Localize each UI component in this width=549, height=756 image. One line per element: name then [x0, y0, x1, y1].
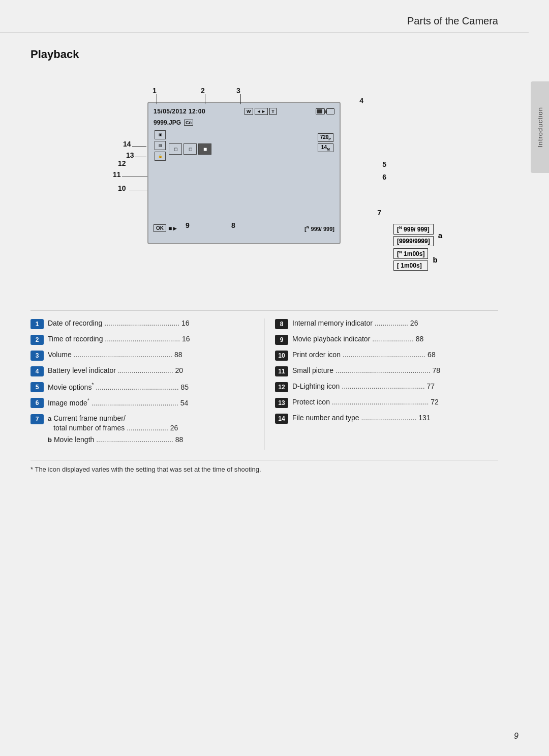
- line-14: [132, 146, 146, 147]
- desc-text-4: Battery level indicator ................…: [48, 366, 254, 376]
- frame-count-inner: [N 999/ 999]: [393, 224, 434, 235]
- lcd-datetime: 15/05/2012 12:00: [154, 108, 205, 115]
- desc-num-6: 6: [30, 398, 44, 408]
- desc-text-2: Time of recording ......................…: [48, 334, 254, 344]
- lcd-play-indicator: ■►: [168, 225, 178, 232]
- description-table: 1 Date of recording ....................…: [30, 310, 498, 450]
- callout-5: 5: [382, 160, 386, 168]
- lcd-icon-3: 🔒: [155, 152, 166, 161]
- desc-num-3: 3: [30, 351, 44, 361]
- page-number: 9: [514, 732, 518, 741]
- desc-item-11: 11 Small picture .......................…: [275, 366, 498, 376]
- desc-item-10: 10 Print order icon ....................…: [275, 350, 498, 361]
- desc-item-2: 2 Time of recording ....................…: [30, 334, 254, 345]
- section-title: Playback: [30, 48, 498, 61]
- main-content: Playback 15/05/2012 12:00 W ◄► T: [0, 33, 529, 488]
- frame-count-all: [9999/9999]: [393, 236, 434, 246]
- desc-num-8: 8: [275, 319, 288, 329]
- desc-sub-7a: a Current frame number/total number of f…: [48, 414, 254, 433]
- desc-num-5: 5: [30, 382, 44, 392]
- lcd-card-icon: [326, 108, 334, 114]
- desc-text-14: File number and type ...................…: [292, 413, 498, 423]
- lcd-14m-box: 14M: [318, 143, 333, 152]
- line-10: [129, 190, 147, 190]
- info-box-b-group: [N 1m00s] [ 1m00s] b: [393, 248, 442, 271]
- desc-col-right: 8 Internal memory indicator ............…: [264, 318, 498, 450]
- lcd-720p-box: 720P: [318, 133, 333, 142]
- desc-text-1: Date of recording ......................…: [48, 318, 254, 329]
- lcd-rotate-icon: Cn: [184, 120, 193, 126]
- lcd-battery-icon: [316, 108, 325, 114]
- lcd-print-icons-area: ◻ ◻ ◼: [169, 143, 211, 155]
- lcd-screen: 15/05/2012 12:00 W ◄► T 999: [147, 102, 341, 244]
- diagram-area: 15/05/2012 12:00 W ◄► T 999: [86, 71, 442, 300]
- callout-11: 11: [113, 170, 121, 179]
- callout-3: 3: [236, 86, 240, 95]
- desc-num-7: 7: [30, 414, 44, 424]
- desc-item-1: 1 Date of recording ....................…: [30, 318, 254, 329]
- right-info-boxes: [N 999/ 999] [9999/9999] a [N 1m00s] [ 1…: [393, 224, 442, 271]
- movie-length-all: [ 1m00s]: [393, 260, 428, 271]
- lcd-ok-area: OK ■►: [154, 224, 178, 232]
- callout-8: 8: [231, 221, 235, 229]
- lcd-row1: 15/05/2012 12:00 W ◄► T: [154, 108, 334, 115]
- desc-num-1: 1: [30, 319, 44, 329]
- callout-7: 7: [377, 209, 381, 217]
- lcd-resolution-area: 720P 14M: [318, 133, 333, 152]
- desc-item-9: 9 Movie playback indicator .............…: [275, 334, 498, 345]
- info-box-a-group: [N 999/ 999] [9999/9999] a: [393, 224, 442, 246]
- desc-text-11: Small picture ..........................…: [292, 366, 498, 376]
- callout-1: 1: [152, 86, 157, 95]
- callout-13: 13: [126, 151, 134, 159]
- lcd-print-icon-1: ◻: [169, 143, 182, 155]
- desc-text-3: Volume .................................…: [48, 350, 254, 360]
- desc-item-6: 6 Image mode* ..........................…: [30, 397, 254, 408]
- desc-num-14: 14: [275, 414, 288, 424]
- desc-num-4: 4: [30, 366, 44, 376]
- lcd-ok-btn: OK: [154, 224, 166, 232]
- page-container: Introduction Parts of the Camera Playbac…: [0, 0, 549, 756]
- lcd-t-icon: T: [269, 108, 277, 115]
- desc-text-8: Internal memory indicator ..............…: [292, 318, 498, 329]
- label-a: a: [438, 231, 442, 240]
- desc-sub-7: a Current frame number/total number of f…: [48, 414, 254, 445]
- desc-item-14: 14 File number and type ................…: [275, 413, 498, 424]
- desc-sub-7b: b Movie length .........................…: [48, 435, 254, 445]
- desc-text-9: Movie playback indicator ...............…: [292, 334, 498, 344]
- lcd-filename: 9999.JPG: [154, 119, 181, 126]
- desc-text-12: D-Lighting icon ........................…: [292, 382, 498, 392]
- desc-num-11: 11: [275, 366, 288, 376]
- page-header: Parts of the Camera: [0, 0, 529, 33]
- desc-item-8: 8 Internal memory indicator ............…: [275, 318, 498, 329]
- movie-length-inner: [N 1m00s]: [393, 248, 428, 259]
- page-title: Parts of the Camera: [407, 15, 498, 26]
- callout-4: 4: [359, 97, 363, 105]
- line-1: [157, 94, 157, 104]
- lcd-sound-icon: ◄►: [255, 108, 268, 115]
- lcd-print-icon-2: ◻: [184, 143, 197, 155]
- desc-num-12: 12: [275, 382, 288, 392]
- desc-item-13: 13 Protect icon ........................…: [275, 397, 498, 408]
- callout-2: 2: [201, 86, 205, 95]
- desc-text-5: Movie options* .........................…: [48, 382, 254, 392]
- side-tab: Introduction: [531, 81, 549, 173]
- line-2: [205, 94, 205, 104]
- desc-text-13: Protect icon ...........................…: [292, 397, 498, 408]
- side-tab-label: Introduction: [536, 107, 544, 148]
- line-3: [240, 94, 241, 104]
- lcd-print-icon-3: ◼: [198, 143, 211, 155]
- desc-text-7: a Current frame number/total number of f…: [48, 414, 254, 445]
- desc-text-6: Image mode* ............................…: [48, 397, 254, 408]
- callout-6: 6: [382, 173, 386, 181]
- desc-num-10: 10: [275, 351, 288, 361]
- footnote: * The icon displayed varies with the set…: [30, 460, 498, 473]
- callout-10: 10: [118, 184, 126, 192]
- desc-item-3: 3 Volume ...............................…: [30, 350, 254, 361]
- desc-num-9: 9: [275, 335, 288, 345]
- lcd-icon-2: ▤: [155, 141, 166, 150]
- lcd-w-icon: W: [245, 108, 253, 115]
- info-box-b: [N 1m00s] [ 1m00s]: [393, 248, 428, 271]
- desc-item-5: 5 Movie options* .......................…: [30, 382, 254, 392]
- desc-text-10: Print order icon .......................…: [292, 350, 498, 360]
- desc-item-7: 7 a Current frame number/total number of…: [30, 414, 254, 445]
